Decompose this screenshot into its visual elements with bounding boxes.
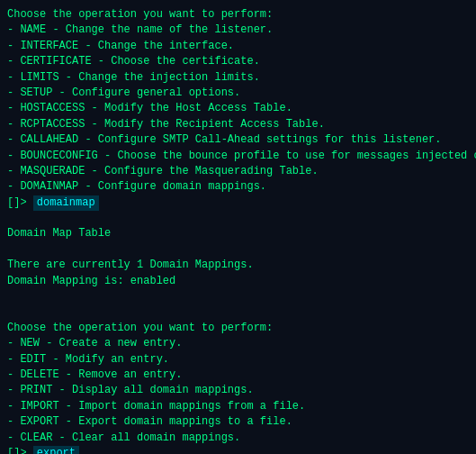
prompt-input-1[interactable]: domainmap: [33, 195, 99, 211]
option-import: - IMPORT - Import domain mappings from a…: [7, 399, 469, 414]
option-new: - NEW - Create a new entry.: [7, 336, 469, 351]
prompt-prefix-2: [: [7, 446, 13, 454]
option-print: - PRINT - Display all domain mappings.: [7, 383, 469, 398]
line-setup: - SETUP - Configure general options.: [7, 86, 469, 101]
line-hostaccess: - HOSTACCESS - Modify the Host Access Ta…: [7, 101, 469, 116]
domain-mapping-status: Domain Mapping is: enabled: [7, 274, 469, 289]
domain-mappings-count: There are currently 1 Domain Mappings.: [7, 258, 469, 273]
blank-3: [7, 289, 469, 304]
domain-map-table-title: Domain Map Table: [7, 226, 469, 241]
option-edit: - EDIT - Modify an entry.: [7, 352, 469, 368]
line-domainmap: - DOMAINMAP - Configure domain mappings.: [7, 179, 469, 195]
blank-4: [7, 304, 469, 320]
line-choose-operation: Choose the operation you want to perform…: [7, 7, 469, 23]
line-limits: - LIMITS - Change the injection limits.: [7, 70, 469, 86]
prompt-prefix-1: [: [7, 195, 13, 211]
prompt-bracket-2: ]>: [13, 446, 33, 454]
line-bounceconfig: - BOUNCECONFIG - Choose the bounce profi…: [7, 149, 469, 164]
line-name: - NAME - Change the name of the listener…: [7, 23, 469, 38]
terminal: Choose the operation you want to perform…: [7, 7, 469, 454]
blank-2: [7, 242, 469, 258]
option-clear: - CLEAR - Clear all domain mappings.: [7, 431, 469, 446]
option-export: - EXPORT - Export domain mappings to a f…: [7, 414, 469, 430]
choose-operation-2: Choose the operation you want to perform…: [7, 321, 469, 336]
prompt-domainmap[interactable]: []> domainmap: [7, 195, 469, 211]
prompt-export[interactable]: []> export: [7, 446, 469, 454]
line-certificate: - CERTIFICATE - Choose the certificate.: [7, 54, 469, 69]
line-interface: - INTERFACE - Change the interface.: [7, 39, 469, 54]
line-callahead: - CALLAHEAD - Configure SMTP Call-Ahead …: [7, 132, 469, 148]
blank-1: [7, 211, 469, 226]
prompt-input-2[interactable]: export: [33, 446, 79, 454]
option-delete: - DELETE - Remove an entry.: [7, 368, 469, 383]
prompt-bracket-1: ]>: [13, 195, 33, 211]
line-rcptaccess: - RCPTACCESS - Modify the Recipient Acce…: [7, 117, 469, 132]
line-masquerade: - MASQUERADE - Configure the Masqueradin…: [7, 164, 469, 179]
